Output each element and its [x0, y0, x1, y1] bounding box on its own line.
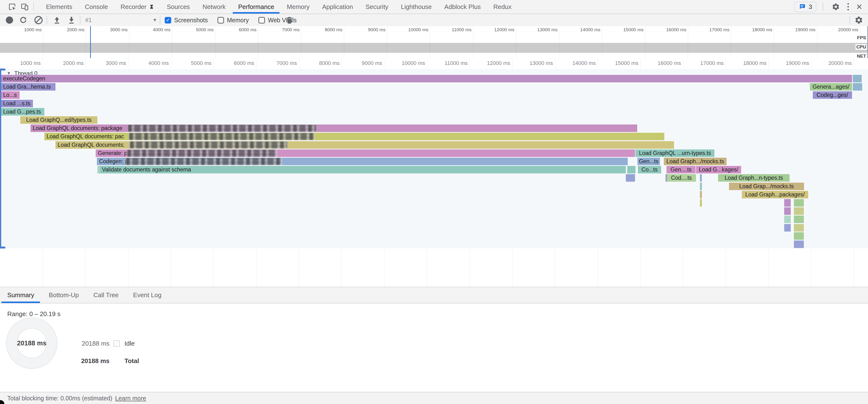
overview-tick-label: 2000 ms [43, 27, 85, 33]
load-profile-icon[interactable] [53, 14, 61, 26]
trash-icon[interactable] [285, 14, 293, 26]
flame-bar[interactable] [784, 224, 791, 231]
flame-bar[interactable] [794, 207, 804, 215]
tab-adblock-plus[interactable]: Adblock Plus [438, 0, 487, 13]
flame-bar[interactable]: Load G...pes.ts [1, 108, 44, 116]
tab-memory[interactable]: Memory [280, 0, 316, 13]
flame-bar[interactable]: executeCodegen [1, 75, 852, 82]
flame-bar[interactable]: Lo...s [1, 91, 20, 99]
learn-more-link[interactable]: Learn more [115, 395, 146, 402]
save-profile-icon[interactable] [67, 14, 76, 26]
issues-badge[interactable]: 3 [794, 2, 816, 12]
flame-bar[interactable]: Load G...kages/ [696, 166, 741, 174]
flame-bar[interactable]: Load Graph.../mocks.ts [664, 158, 726, 165]
tab-lighthouse[interactable]: Lighthouse [395, 0, 438, 13]
overview-playhead[interactable] [90, 26, 91, 58]
selection-bracket[interactable] [0, 68, 1, 249]
legend-value: 20188 ms [81, 340, 110, 347]
history-dropdown-arrow[interactable]: ▼ [153, 14, 157, 26]
flame-bar[interactable]: Load GraphQL ...urn-types.ts [636, 150, 714, 157]
flame-bar[interactable] [794, 241, 804, 248]
ruler-tick-label: 6000 ms [211, 60, 254, 67]
flame-bar[interactable] [794, 232, 804, 240]
flame-bar[interactable] [627, 166, 636, 174]
flame-bar[interactable]: Codeg...ges/ [813, 91, 852, 99]
flame-bar[interactable]: Load Graph...packages/ [742, 191, 808, 198]
flame-bar[interactable] [97, 166, 100, 174]
checkbox-screenshots[interactable]: ✓Screenshots [165, 17, 208, 24]
tab-summary[interactable]: Summary [0, 287, 41, 303]
flame-bar[interactable]: Load Gra...hema.ts [1, 83, 56, 91]
flame-bar[interactable] [784, 199, 791, 207]
tab-console[interactable]: Console [79, 0, 114, 13]
flame-bar[interactable]: Co...ts [638, 166, 661, 174]
close-icon[interactable]: × [854, 2, 864, 12]
flame-bar[interactable]: Load Graph...n-types.ts [718, 174, 789, 182]
flame-bar[interactable]: Load GraphQL documents: pac [44, 133, 664, 140]
flame-bar[interactable]: Validate documents against schema [100, 166, 626, 174]
flame-bar[interactable]: Load ...s.ts [1, 100, 33, 107]
reload-record-icon[interactable] [19, 14, 28, 26]
legend-label: Total [124, 357, 139, 365]
overview-tick [602, 26, 602, 58]
flame-bar[interactable]: Codegen: p [97, 158, 628, 165]
summary-legend: 20188 msIdle20188 msTotal [81, 340, 139, 375]
tab-sources[interactable]: Sources [161, 0, 196, 13]
flame-bar[interactable] [700, 191, 702, 198]
flame-bar[interactable]: Load GraphQL documents: [56, 141, 674, 149]
settings-gear-icon[interactable] [830, 1, 842, 12]
tab-security[interactable]: Security [359, 0, 395, 13]
flame-bar[interactable]: Load GraphQ...ed/types.ts [20, 116, 97, 124]
flame-bar[interactable] [794, 216, 804, 223]
flame-bar-label: Gen...ts [639, 158, 658, 164]
tab-network[interactable]: Network [196, 0, 232, 13]
flame-bar-label: Load GraphQ...ed/types.ts [26, 117, 92, 123]
flame-bar[interactable]: Gen....ts [666, 166, 695, 174]
flame-bar[interactable] [700, 174, 702, 182]
flame-bar[interactable] [626, 174, 635, 182]
ruler-tick-label: 10000 ms [381, 60, 425, 67]
flame-chart[interactable]: ▼ Thread 0 executeCodegenLoad Gra...hema… [0, 69, 868, 248]
inspect-icon[interactable] [6, 1, 19, 12]
ruler-tick-label: 19000 ms [766, 60, 809, 67]
device-toolbar-icon[interactable] [19, 1, 31, 12]
overview-tick [688, 26, 688, 58]
memory-checkbox[interactable] [217, 17, 224, 24]
timeline-overview[interactable]: 1000 ms2000 ms3000 ms4000 ms5000 ms6000 … [0, 26, 868, 59]
flame-bar[interactable]: Load Grap.../mocks.ts [729, 183, 804, 190]
flame-bar[interactable]: Generate: p [96, 150, 635, 157]
tab-redux[interactable]: Redux [487, 0, 518, 13]
flame-bar[interactable]: Cod....ts [667, 174, 696, 182]
clear-icon[interactable] [34, 14, 42, 26]
redacted-text [129, 141, 288, 149]
flame-bar[interactable]: Gen...ts [638, 158, 660, 165]
flame-bar[interactable] [700, 183, 702, 190]
web-vitals-checkbox[interactable] [258, 17, 265, 24]
capture-settings-gear-icon[interactable] [855, 14, 863, 26]
flame-bar[interactable] [794, 224, 804, 231]
donut-total-label: 20188 ms [6, 318, 57, 368]
flame-bar[interactable] [853, 83, 862, 91]
flame-bar-label: Cod....ts [671, 175, 692, 181]
tab-application[interactable]: Application [316, 0, 359, 13]
flame-bar[interactable]: Genera...ages/ [810, 83, 852, 91]
tab-performance[interactable]: Performance [232, 0, 280, 13]
flame-bar-label: Generate: p [98, 150, 127, 156]
flame-bar[interactable] [784, 207, 791, 215]
history-select[interactable]: #1 [85, 14, 92, 26]
flame-bar[interactable] [784, 216, 791, 223]
tab-call-tree[interactable]: Call Tree [86, 287, 126, 303]
overview-tick-label: 9000 ms [344, 27, 385, 33]
tab-event-log[interactable]: Event Log [126, 287, 169, 303]
tab-recorder[interactable]: Recorder [114, 0, 161, 13]
checkbox-memory[interactable]: Memory [217, 17, 249, 24]
flame-bar[interactable] [794, 199, 804, 207]
record-button[interactable] [6, 14, 13, 26]
tab-bottom-up[interactable]: Bottom-Up [41, 287, 86, 303]
more-menu-icon[interactable] [846, 3, 850, 10]
flame-bar[interactable] [700, 199, 702, 207]
screenshots-checkbox[interactable]: ✓ [165, 17, 171, 24]
flame-bar[interactable]: Load GraphQL documents: package [31, 124, 637, 132]
flame-bar[interactable] [853, 75, 862, 82]
tab-elements[interactable]: Elements [40, 0, 79, 13]
